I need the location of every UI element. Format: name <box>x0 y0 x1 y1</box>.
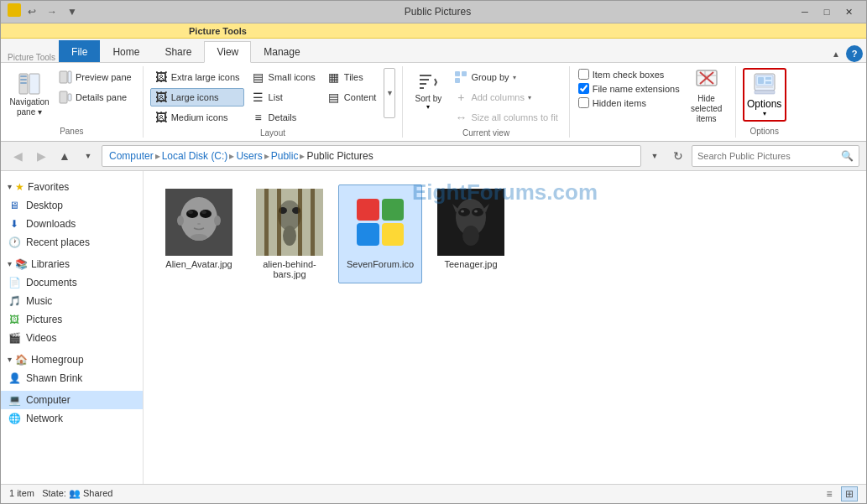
large-icons-btn[interactable]: 🖼 Large icons <box>150 88 244 107</box>
help-btn[interactable]: ? <box>846 45 863 62</box>
sidebar-item-music[interactable]: 🎵 Music <box>1 292 143 310</box>
file-name-extensions-checkbox[interactable]: File name extensions <box>577 82 682 95</box>
svg-rect-3 <box>20 79 27 81</box>
redo-btn[interactable]: → <box>43 3 61 20</box>
current-view-section-label: Current view <box>462 128 509 138</box>
tab-share[interactable]: Share <box>152 40 204 62</box>
recent-icon: 🕐 <box>8 236 21 249</box>
item-check-boxes-input[interactable] <box>578 69 589 80</box>
show-hide-content: Item check boxes File name extensions Hi… <box>577 68 729 136</box>
tab-home[interactable]: Home <box>100 40 152 62</box>
content-btn[interactable]: ▤ Content <box>323 88 381 107</box>
small-icons-btn[interactable]: ▤ Small icons <box>248 68 320 86</box>
sidebar-item-shawn[interactable]: 👤 Shawn Brink <box>1 369 143 387</box>
layout-scroll-down[interactable]: ▼ <box>384 68 395 118</box>
maximize-btn[interactable]: □ <box>816 3 838 20</box>
hidden-items-label: Hidden items <box>593 98 646 108</box>
large-view-btn[interactable]: ⊞ <box>841 486 858 501</box>
large-icons-label: Large icons <box>171 92 219 102</box>
svg-point-42 <box>283 226 296 246</box>
file-item-alien-bars[interactable]: alien-behind-bars.jpg <box>248 184 332 283</box>
breadcrumb-public[interactable]: Public <box>271 150 299 162</box>
content-icon: ▤ <box>327 91 341 104</box>
svg-point-51 <box>461 210 464 212</box>
alien-bars-name: alien-behind-bars.jpg <box>252 259 327 279</box>
sidebar-favorites-header[interactable]: ▾ ★ Favorites <box>1 178 143 196</box>
panes-col: Preview pane Details pane <box>55 68 136 107</box>
details-pane-btn[interactable]: Details pane <box>55 88 136 107</box>
extra-large-label: Extra large icons <box>171 72 240 82</box>
breadcrumb-localdisk[interactable]: Local Disk (C:) <box>162 150 228 162</box>
item-check-boxes-checkbox[interactable]: Item check boxes <box>577 68 682 81</box>
sidebar-homegroup-header[interactable]: ▾ 🏠 Homegroup <box>1 351 143 369</box>
hidden-items-input[interactable] <box>578 97 589 108</box>
details-btn[interactable]: ≡ Details <box>248 108 320 127</box>
sidebar-item-network[interactable]: 🌐 Network <box>1 409 143 428</box>
sidebar-item-computer[interactable]: 💻 Computer <box>1 391 143 409</box>
ribbon-collapse-btn[interactable]: ▲ <box>829 47 843 60</box>
tiles-btn[interactable]: ▦ Tiles <box>323 68 381 86</box>
svg-rect-4 <box>20 82 27 84</box>
refresh-btn[interactable]: ↻ <box>668 146 688 166</box>
group-by-btn[interactable]: Group by ▾ <box>450 68 561 86</box>
sort-by-btn[interactable]: Sort by ▾ <box>410 68 447 113</box>
add-columns-btn[interactable]: + Add columns ▾ <box>450 88 561 107</box>
sidebar-item-documents[interactable]: 📄 Documents <box>1 273 143 292</box>
undo-btn[interactable]: ↩ <box>23 3 41 20</box>
sidebar-documents-label: Documents <box>26 277 77 288</box>
list-icon: ☰ <box>252 91 265 104</box>
status-left: 1 item State: 👥 Shared <box>9 488 113 499</box>
file-item-alien-avatar[interactable]: Alien_Avatar.jpg <box>157 184 241 283</box>
sort-by-label: Sort by <box>415 94 442 103</box>
close-btn[interactable]: ✕ <box>838 3 859 20</box>
picture-tools-label: Picture Tools <box>4 53 59 62</box>
tab-file[interactable]: File <box>59 40 100 62</box>
minimize-btn[interactable]: ─ <box>794 3 816 20</box>
sidebar-libraries-header[interactable]: ▾ 📚 Libraries <box>1 255 143 273</box>
tab-manage[interactable]: Manage <box>251 40 312 62</box>
sidebar-item-downloads[interactable]: ⬇ Downloads <box>1 215 143 233</box>
music-icon: 🎵 <box>8 294 21 308</box>
hidden-items-checkbox[interactable]: Hidden items <box>577 96 682 109</box>
breadcrumb-users[interactable]: Users <box>236 150 262 162</box>
medium-icons-btn[interactable]: 🖼 Medium icons <box>150 108 244 127</box>
file-name-extensions-input[interactable] <box>578 83 589 94</box>
up-btn[interactable]: ▲ <box>55 146 75 166</box>
app-icon <box>8 3 21 17</box>
sidebar-item-recent[interactable]: 🕐 Recent places <box>1 233 143 252</box>
hide-selected-btn[interactable]: Hide selecteditems <box>685 68 729 122</box>
extra-large-icons-btn[interactable]: 🖼 Extra large icons <box>150 68 244 86</box>
svg-rect-8 <box>68 94 71 101</box>
forward-btn[interactable]: ▶ <box>31 146 51 166</box>
tab-view[interactable]: View <box>204 41 251 63</box>
small-view-btn[interactable]: ≡ <box>821 486 838 501</box>
ribbon-right-controls: ▲ ? <box>829 45 863 62</box>
sidebar-item-pictures[interactable]: 🖼 Pictures <box>1 310 143 329</box>
svg-point-30 <box>186 210 198 218</box>
sidebar-downloads-label: Downloads <box>26 218 76 230</box>
small-icons-label: Small icons <box>269 72 316 82</box>
favorites-label: Favorites <box>28 181 69 193</box>
size-columns-btn[interactable]: ↔ Size all columns to fit <box>450 108 561 127</box>
list-btn[interactable]: ☰ List <box>248 88 320 107</box>
preview-pane-btn[interactable]: Preview pane <box>55 68 136 86</box>
breadcrumb-computer[interactable]: Computer <box>109 150 154 162</box>
search-input[interactable] <box>697 151 841 161</box>
svg-rect-46 <box>311 189 315 256</box>
nav-dropdown-btn[interactable]: ▼ <box>645 146 665 166</box>
file-item-teenager[interactable]: Teenager.jpg <box>429 184 513 283</box>
panes-section-label: Panes <box>60 127 83 136</box>
sidebar-item-videos[interactable]: 🎬 Videos <box>1 329 143 347</box>
navigation-pane-btn[interactable]: Navigationpane ▾ <box>8 68 51 122</box>
qs-dropdown-btn[interactable]: ▼ <box>63 3 81 20</box>
svg-point-36 <box>214 216 221 226</box>
svg-point-33 <box>201 210 206 214</box>
back-btn[interactable]: ◀ <box>8 146 28 166</box>
search-icon[interactable]: 🔍 <box>841 150 854 162</box>
alien-bars-thumbnail <box>256 189 323 256</box>
recent-btn[interactable]: ▼ <box>78 146 98 166</box>
sidebar-item-desktop[interactable]: 🖥 Desktop <box>1 196 143 215</box>
options-btn[interactable]: Options ▾ <box>743 68 786 122</box>
file-item-sevenforum[interactable]: SevenForum.ico <box>338 184 422 283</box>
teenager-thumbnail <box>437 189 504 256</box>
